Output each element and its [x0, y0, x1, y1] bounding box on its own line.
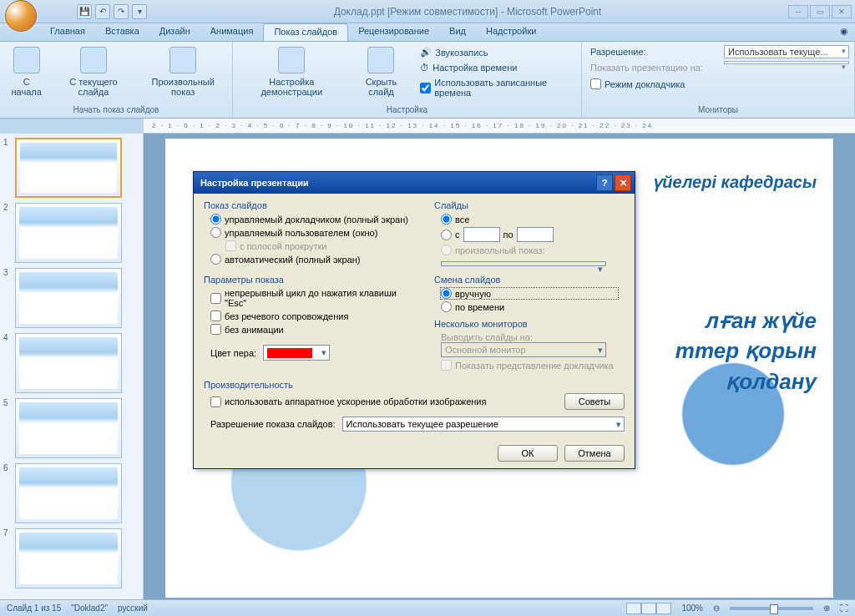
thumb-num: 5	[3, 398, 12, 458]
to-spinner[interactable]	[517, 227, 554, 242]
dialog-title: Настройка презентации	[200, 178, 596, 188]
status-theme: "Doklad2"	[71, 603, 108, 613]
from-current-label: С текущего слайда	[56, 77, 130, 97]
presenter-mode-check[interactable]: Режим докладчика	[587, 77, 719, 91]
rehearse-label: Настройка времени	[433, 63, 517, 73]
use-timings-check[interactable]: Использовать записанные времена	[417, 76, 576, 99]
resolution-lbl2: Разрешение показа слайдов:	[210, 419, 336, 429]
tab-animation[interactable]: Анимация	[200, 23, 264, 41]
radio-presenter[interactable]: управляемый докладчиком (полный экран)	[210, 214, 421, 225]
qat-undo[interactable]: ↶	[95, 4, 110, 19]
zoom-slider[interactable]	[730, 607, 813, 610]
hide-icon	[367, 47, 394, 73]
office-button[interactable]	[5, 0, 37, 32]
presenter-checkbox[interactable]	[590, 78, 601, 89]
qat-save[interactable]: 💾	[77, 4, 92, 19]
zoom-in-button[interactable]: ⊕	[823, 603, 830, 613]
record-label: Звукозапись	[435, 48, 488, 58]
thumbnail-3[interactable]: 3	[3, 268, 139, 328]
hide-slide-button[interactable]: Скрыть слайд	[351, 45, 412, 98]
ok-button[interactable]: ОК	[498, 445, 558, 462]
check-no-narration[interactable]: без речевого сопровождения	[210, 311, 421, 321]
tab-home[interactable]: Главная	[40, 23, 95, 41]
hide-label: Скрыть слайд	[354, 77, 409, 97]
slide-thumbnail-panel: ▭ ≡ 1 2 3 4 5 6 7	[0, 134, 144, 599]
tab-insert[interactable]: Вставка	[95, 23, 149, 41]
monitor-dropdown: Основной монитор	[441, 342, 606, 357]
zoom-out-button[interactable]: ⊖	[713, 603, 720, 613]
slideshow-view-button[interactable]	[656, 603, 671, 614]
radio-range-slides[interactable]: с по	[441, 227, 618, 242]
help-icon[interactable]: ◉	[833, 23, 855, 41]
status-slide-count: Слайд 1 из 15	[7, 603, 61, 613]
radio-manual[interactable]: вручную	[441, 288, 618, 299]
resolution-label: Разрешение:	[590, 47, 716, 57]
sorter-view-button[interactable]	[641, 603, 656, 614]
thumbnail-4[interactable]: 4	[3, 333, 139, 393]
check-scrollbar: с полосой прокрутки	[210, 240, 421, 251]
tips-button[interactable]: Советы	[564, 393, 625, 410]
maximize-button[interactable]: ▭	[810, 5, 830, 18]
thumb-num: 1	[3, 138, 12, 198]
radio-kiosk[interactable]: автоматический (полный экран)	[210, 254, 421, 265]
thumb-num: 6	[3, 463, 12, 523]
cancel-button[interactable]: Отмена	[564, 445, 625, 462]
from-current-button[interactable]: С текущего слайда	[53, 45, 134, 98]
zoom-level[interactable]: 100%	[681, 603, 703, 613]
check-loop[interactable]: непрерывный цикл до нажатия клавиши "Esc…	[210, 288, 421, 308]
group-setup-label: Настройка	[238, 104, 576, 116]
thumbnail-5[interactable]: 5	[3, 398, 139, 458]
thumbnail-6[interactable]: 6	[3, 463, 139, 523]
record-narration-button[interactable]: 🔊 Звукозапись	[417, 45, 576, 59]
rehearse-timings-button[interactable]: ⏱ Настройка времени	[417, 61, 576, 74]
normal-view-button[interactable]	[626, 603, 641, 614]
show-on-label2: Выводить слайды на:	[441, 332, 533, 342]
advance-label: Смена слайдов	[434, 275, 618, 285]
group-start-label: Начать показ слайдов	[5, 104, 227, 116]
close-button[interactable]: ✕	[832, 5, 852, 18]
color-swatch	[267, 348, 312, 358]
custom-show-label: Произвольный показ	[142, 77, 224, 97]
setup-slideshow-button[interactable]: Настройка демонстрации	[238, 45, 346, 98]
thumbnail-2[interactable]: 2	[3, 203, 139, 263]
from-spinner[interactable]	[463, 227, 500, 242]
fit-button[interactable]: ⛶	[840, 603, 848, 613]
check-no-animation[interactable]: без анимации	[210, 324, 421, 335]
tab-view[interactable]: Вид	[439, 23, 476, 41]
thumb-num: 3	[3, 268, 12, 328]
check-presenter-view: Показать представление докладчика	[441, 360, 618, 371]
thumbnail-7[interactable]: 7	[3, 528, 139, 588]
show-type-label: Показ слайдов	[204, 200, 421, 210]
radio-browsed[interactable]: управляемый пользователем (окно)	[210, 227, 421, 238]
resolution-dropdown[interactable]: Использовать текуще...	[724, 45, 849, 58]
show-options-label: Параметры показа	[204, 275, 421, 285]
group-monitors-label: Мониторы	[587, 104, 849, 116]
dialog-close-button[interactable]: ✕	[615, 174, 631, 191]
custom-show-button[interactable]: Произвольный показ	[139, 45, 227, 98]
minimize-button[interactable]: ─	[788, 5, 808, 18]
tab-design[interactable]: Дизайн	[149, 23, 200, 41]
thumbnail-1[interactable]: 1	[3, 138, 139, 198]
qat-customize[interactable]: ▾	[132, 4, 147, 19]
check-hw-accel[interactable]: использовать аппаратное ускорение обрабо…	[210, 396, 486, 407]
radio-timings[interactable]: по времени	[441, 301, 618, 312]
tab-review[interactable]: Рецензирование	[348, 23, 439, 41]
use-timings-checkbox[interactable]	[420, 83, 431, 93]
tab-slideshow[interactable]: Показ слайдов	[263, 23, 348, 41]
radio-custom-show: произвольный показ:	[441, 245, 618, 255]
pen-color-label: Цвет пера:	[210, 348, 256, 358]
status-language[interactable]: русский	[118, 603, 148, 613]
radio-all-slides[interactable]: все	[441, 214, 618, 225]
slideshow-resolution-dropdown[interactable]: Использовать текущее разрешение	[342, 417, 625, 432]
presenter-label: Режим докладчика	[605, 79, 685, 89]
thumb-num: 7	[3, 528, 12, 588]
pen-color-dropdown[interactable]	[263, 345, 330, 361]
monitors-label: Несколько мониторов	[434, 319, 618, 329]
from-beginning-label: С начала	[8, 77, 44, 97]
dialog-help-button[interactable]: ?	[596, 174, 613, 191]
tab-addins[interactable]: Надстройки	[476, 23, 546, 41]
thumb-num: 4	[3, 333, 12, 393]
from-beginning-button[interactable]: С начала	[5, 45, 48, 98]
slide-heading: үйелері кафедрасы	[652, 172, 817, 192]
qat-redo[interactable]: ↷	[114, 4, 129, 19]
